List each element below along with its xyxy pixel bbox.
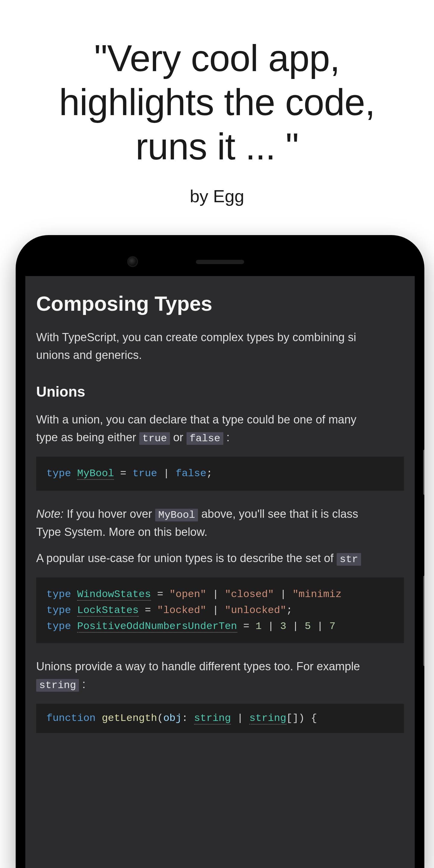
unions-handle-paragraph: Unions provide a way to handle different… [36, 658, 404, 693]
intro-paragraph: With TypeScript, you can create complex … [36, 329, 404, 364]
phone-camera-icon [128, 257, 137, 266]
inline-code-mybool: MyBool [155, 509, 198, 521]
inline-code-false: false [187, 432, 223, 445]
hero-quote-block: "Very cool app, highlights the code, run… [0, 0, 434, 206]
unions-paragraph-1: With a union, you can declare that a typ… [36, 411, 404, 447]
inline-code-string: string [36, 679, 79, 692]
quote-line-3: runs it ... " [0, 124, 434, 168]
phone-notch-area [25, 245, 415, 276]
phone-speaker-icon [196, 260, 244, 264]
quote-line-1: "Very cool app, [0, 36, 434, 80]
phone-side-button-bottom [423, 576, 424, 666]
quote-line-2: highlights the code, [0, 80, 434, 124]
quote-byline: by Egg [0, 186, 434, 206]
phone-side-button-top [423, 450, 424, 495]
popular-paragraph: A popular use-case for union types is to… [36, 550, 404, 567]
phone-inner-bezel: Composing Types With TypeScript, you can… [25, 245, 415, 868]
note-paragraph: Note: If you hover over MyBool above, yo… [36, 505, 404, 541]
code-block-getlength[interactable]: function getLength(obj: string | string[… [36, 704, 404, 733]
code-block-mybool[interactable]: type MyBool = true | false; [36, 457, 404, 491]
code-block-states[interactable]: type WindowStates = "open" | "closed" | … [36, 578, 404, 643]
app-screen[interactable]: Composing Types With TypeScript, you can… [25, 276, 415, 868]
phone-frame: Composing Types With TypeScript, you can… [16, 235, 424, 868]
page-title: Composing Types [36, 292, 404, 315]
unions-heading: Unions [36, 383, 404, 400]
inline-code-true: true [139, 432, 170, 445]
inline-code-str: str [337, 553, 361, 566]
